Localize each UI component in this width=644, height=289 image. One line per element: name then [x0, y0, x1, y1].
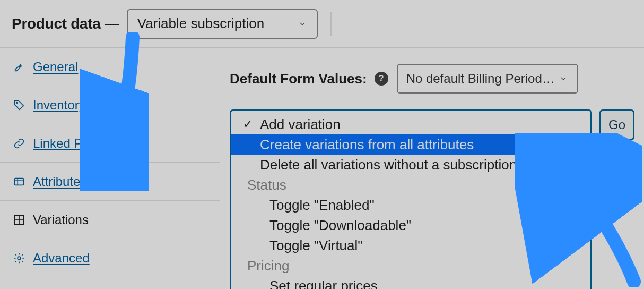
- tab-general[interactable]: General: [0, 48, 220, 86]
- link-icon: [13, 137, 25, 150]
- product-data-label: Product data —: [12, 15, 119, 32]
- tab-attributes[interactable]: Attributes: [0, 163, 220, 201]
- default-billing-period-value: No default Billing Period…: [406, 71, 555, 86]
- help-icon[interactable]: ?: [375, 72, 388, 86]
- wrench-icon: [13, 61, 25, 73]
- tab-label: Inventory: [33, 98, 85, 113]
- svg-rect-1: [15, 178, 24, 185]
- variation-action-listbox[interactable]: Add variation Create variations from all…: [230, 109, 592, 289]
- option-create-variations-from-all-attributes[interactable]: Create variations from all attributes: [231, 134, 590, 155]
- default-billing-period-select[interactable]: No default Billing Period…: [397, 64, 578, 94]
- option-add-variation[interactable]: Add variation: [231, 114, 590, 134]
- product-type-select-value: Variable subscription: [137, 15, 264, 32]
- tab-label: General: [33, 60, 78, 74]
- tag-icon: [13, 99, 25, 112]
- tab-label: Attributes: [33, 174, 86, 189]
- go-button-label: Go: [608, 117, 625, 132]
- option-toggle-downloadable[interactable]: Toggle "Downloadable": [231, 215, 590, 235]
- product-data-metabox: Product data — Variable subscription Gen…: [0, 0, 644, 289]
- svg-point-0: [16, 102, 18, 104]
- svg-point-7: [18, 257, 21, 260]
- option-set-regular-prices[interactable]: Set regular prices: [231, 276, 590, 289]
- default-form-values-row: Default Form Values: ? No default Billin…: [230, 64, 634, 94]
- chevron-down-icon: [559, 71, 569, 86]
- grid-icon: [13, 214, 25, 226]
- variations-panel: Default Form Values: ? No default Billin…: [220, 48, 644, 289]
- divider: [330, 12, 332, 36]
- gear-icon: [13, 252, 25, 265]
- option-toggle-enabled[interactable]: Toggle "Enabled": [231, 195, 590, 215]
- tab-inventory[interactable]: Inventory: [0, 86, 220, 124]
- tab-label: Linked Products: [33, 136, 124, 151]
- chevron-down-icon: [298, 19, 307, 29]
- product-type-select[interactable]: Variable subscription: [127, 9, 318, 39]
- tab-advanced[interactable]: Advanced: [0, 239, 220, 277]
- tab-label: Advanced: [33, 251, 90, 266]
- product-data-header: Product data — Variable subscription: [0, 0, 644, 48]
- go-button[interactable]: Go: [599, 109, 634, 140]
- option-toggle-virtual[interactable]: Toggle "Virtual": [231, 235, 590, 256]
- list-icon: [13, 175, 25, 188]
- optgroup-status: Status: [231, 175, 590, 195]
- tab-variations[interactable]: Variations: [0, 201, 220, 239]
- product-data-tabs: General Inventory Linked Products: [0, 48, 220, 289]
- product-data-body: General Inventory Linked Products: [0, 48, 644, 289]
- tab-linked-products[interactable]: Linked Products: [0, 124, 220, 163]
- optgroup-pricing: Pricing: [231, 256, 590, 276]
- default-form-values-label: Default Form Values:: [230, 71, 367, 87]
- option-delete-all-variations-without-subscription[interactable]: Delete all variations without a subscrip…: [231, 155, 590, 175]
- variation-actions-row: Add variation Create variations from all…: [230, 109, 634, 140]
- tab-label: Variations: [33, 212, 89, 227]
